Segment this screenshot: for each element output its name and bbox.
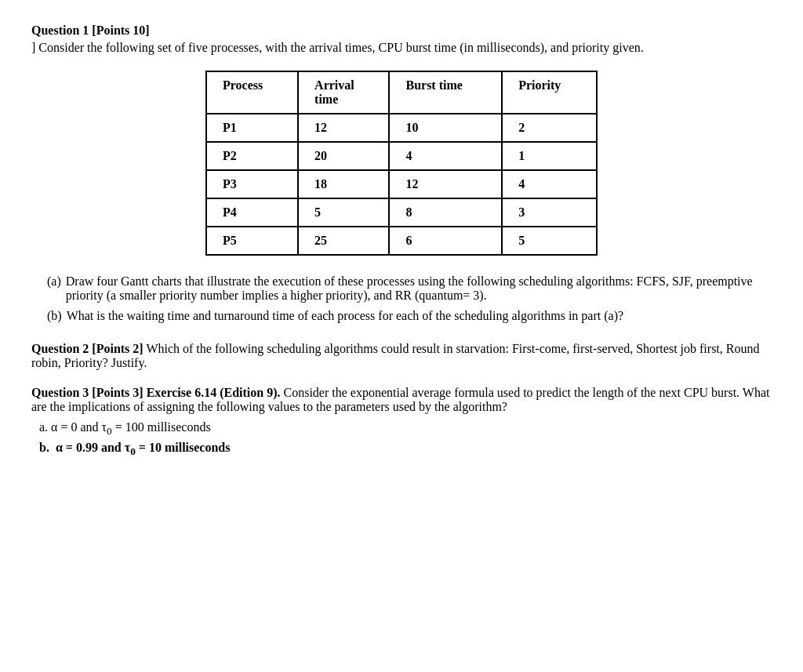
q1-body: ] Consider the following set of five pro… [31,41,772,55]
table-row: P22041 [206,142,597,170]
table-cell: P4 [206,198,298,227]
table-row: P52565 [206,227,597,255]
q3-alpha-a-label: a. α = 0 and τ0 = 100 milliseconds [39,420,211,434]
process-table: Process Arrivaltime Burst time Priority … [205,71,598,256]
table-cell: 18 [298,170,389,198]
sub-a-text: Draw four Gantt charts that illustrate t… [66,274,772,303]
table-cell: 4 [502,170,597,198]
col-burst: Burst time [389,71,502,114]
question-3: Question 3 [Points 3] Exercise 6.14 (Edi… [31,386,772,458]
table-cell: 5 [502,227,597,255]
table-cell: P2 [206,142,298,170]
q1-title: Question 1 [Points 10] [31,24,772,38]
q3-alpha-b: b. α = 0.99 and τ0 = 10 milliseconds [39,441,772,458]
q2-title: Question 2 [Points 2] [31,342,144,355]
table-cell: 8 [389,198,502,227]
table-cell: P1 [206,114,298,142]
table-row: P4583 [206,198,597,227]
table-cell: 12 [298,114,389,142]
table-cell: 2 [502,114,597,142]
col-arrival: Arrivaltime [298,71,389,114]
table-cell: 10 [389,114,502,142]
table-cell: 5 [298,198,389,227]
table-cell: 6 [389,227,502,255]
question-1: Question 1 [Points 10] ] Consider the fo… [31,24,772,323]
table-cell: P5 [206,227,298,255]
sub-a-label: (a) [47,274,61,303]
col-priority: Priority [502,71,597,114]
table-row: P318124 [206,170,597,198]
table-cell: 25 [298,227,389,255]
q1-sub-a: (a) Draw four Gantt charts that illustra… [47,274,772,303]
q3-main: Question 3 [Points 3] Exercise 6.14 (Edi… [31,386,772,414]
q3-alpha-list: a. α = 0 and τ0 = 100 milliseconds b. α … [39,420,772,458]
q1-sub-b: (b) What is the waiting time and turnaro… [47,309,772,323]
table-cell: 20 [298,142,389,170]
question-2: Question 2 [Points 2] Which of the follo… [31,342,772,370]
q3-title: Question 3 [Points 3] [31,386,144,399]
q3-alpha-b-label: b. α = 0.99 and τ0 = 10 milliseconds [39,441,230,454]
sub-b-label: (b) [47,309,62,323]
table-cell: 4 [389,142,502,170]
col-process: Process [206,71,298,114]
q3-bold-part: Exercise 6.14 (Edition 9). [147,386,281,399]
table-cell: P3 [206,170,298,198]
sub-b-text: What is the waiting time and turnaround … [67,309,623,323]
table-cell: 12 [389,170,502,198]
table-cell: 1 [502,142,597,170]
table-cell: 3 [502,198,597,227]
q3-alpha-a: a. α = 0 and τ0 = 100 milliseconds [39,420,772,438]
table-row: P112102 [206,114,597,142]
q1-sub-questions: (a) Draw four Gantt charts that illustra… [47,274,772,323]
process-table-container: Process Arrivaltime Burst time Priority … [31,71,772,256]
